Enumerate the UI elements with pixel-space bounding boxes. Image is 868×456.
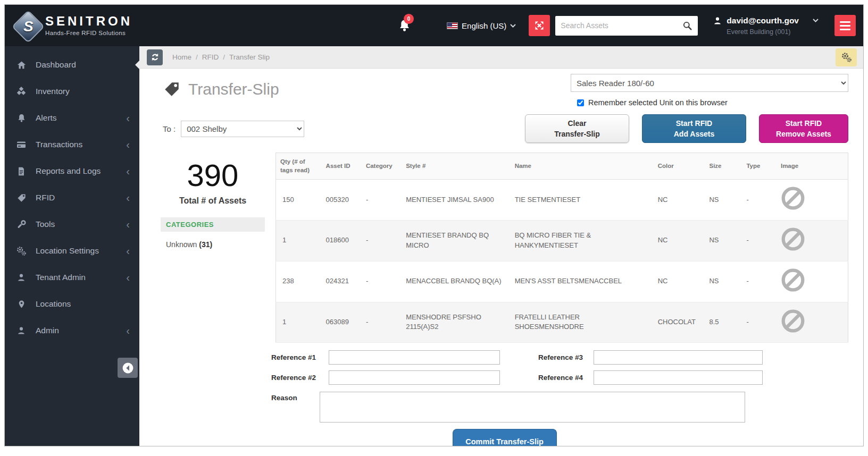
body-row: Dashboard Inventory Alerts ‹ Transaction… xyxy=(5,46,863,446)
breadcrumb-rfid[interactable]: RFID xyxy=(202,53,219,61)
reference1-label: Reference #1 xyxy=(271,353,329,361)
sidebar-item-location-settings[interactable]: Location Settings ‹ xyxy=(5,238,139,264)
wrench-icon xyxy=(16,219,27,230)
reference4-input[interactable] xyxy=(594,370,763,385)
arrow-circle-left-icon xyxy=(122,362,134,374)
reader-select[interactable]: Sales Reader 180/-60 xyxy=(571,74,848,92)
gears-icon xyxy=(841,52,852,63)
reason-label: Reason xyxy=(271,392,297,423)
chevron-collapsed-icon: ‹ xyxy=(126,219,130,230)
breadcrumb-transfer-slip[interactable]: Transfer Slip xyxy=(229,53,270,61)
category-item: Unknown (31) xyxy=(161,240,265,249)
sidebar-item-admin[interactable]: Admin ‹ xyxy=(5,317,139,344)
chevron-collapsed-icon: ‹ xyxy=(126,325,130,336)
table-row: 1 063089 - MENSHODRE PSFSHO 2115(A)S2 FR… xyxy=(276,302,848,343)
reference1-input[interactable] xyxy=(329,350,500,365)
chevron-collapsed-icon: ‹ xyxy=(126,192,130,203)
reason-field: Reason xyxy=(271,392,848,423)
no-image-icon xyxy=(781,268,805,292)
brand-tagline: Hands-Free RFID Solutions xyxy=(45,30,132,36)
chevron-down-icon xyxy=(813,19,819,22)
page-title: Transfer-Slip xyxy=(163,80,279,98)
col-asset-id: Asset ID xyxy=(322,153,362,180)
page-content: Transfer-Slip Sales Reader 180/-60 Remem… xyxy=(139,69,863,446)
chevron-down-icon xyxy=(510,24,516,28)
sidebar-item-alerts[interactable]: Alerts ‹ xyxy=(5,105,139,131)
chevron-collapsed-icon: ‹ xyxy=(126,139,130,150)
user-menu[interactable]: david@courth.gov Everett Building (001) xyxy=(713,16,823,36)
col-color: Color xyxy=(654,153,705,180)
reference2-label: Reference #2 xyxy=(271,374,329,382)
app-window: S SENITRON Hands-Free RFID Solutions 0 E… xyxy=(4,4,864,446)
tag-icon xyxy=(16,193,27,203)
language-label: English (US) xyxy=(462,21,506,30)
home-icon xyxy=(16,60,27,70)
asset-search-box xyxy=(555,16,698,36)
tag-icon xyxy=(163,80,181,98)
credit-card-icon xyxy=(16,139,27,150)
to-label: To : xyxy=(163,124,176,133)
fullscreen-button[interactable] xyxy=(529,15,550,36)
commit-transfer-slip-button[interactable]: Commit Transfer-Slip xyxy=(453,429,557,446)
refresh-button[interactable] xyxy=(147,49,163,65)
menu-toggle-button[interactable] xyxy=(834,15,856,36)
start-rfid-remove-assets-button[interactable]: Start RFID Remove Assets xyxy=(759,114,848,143)
sidebar-item-inventory[interactable]: Inventory xyxy=(5,78,139,105)
sidebar-item-locations[interactable]: Locations xyxy=(5,291,139,317)
destination-select[interactable]: 002 Shelby xyxy=(181,121,304,137)
clear-transfer-slip-button[interactable]: Clear Transfer-Slip xyxy=(525,114,629,143)
breadcrumb-home[interactable]: Home xyxy=(172,53,191,61)
sidebar-item-reports-and-logs[interactable]: Reports and Logs ‹ xyxy=(5,158,139,184)
active-item-indicator xyxy=(135,61,139,69)
transfer-slip-table: Qty (# of tags read) Asset ID Category S… xyxy=(276,153,848,343)
chevron-collapsed-icon: ‹ xyxy=(126,246,130,256)
remember-unit-checkbox[interactable] xyxy=(577,99,584,106)
file-text-icon xyxy=(16,166,26,176)
user-icon xyxy=(16,326,26,335)
col-type: Type xyxy=(742,153,777,180)
hamburger-icon xyxy=(840,21,850,23)
reason-textarea[interactable] xyxy=(320,392,745,423)
sidebar-collapse-button[interactable] xyxy=(118,358,138,378)
top-header-bar: S SENITRON Hands-Free RFID Solutions 0 E… xyxy=(5,5,863,46)
table-row: 238 024321 - MENACCBEL BRANDQ BQ(A) MEN'… xyxy=(276,261,848,302)
bell-icon xyxy=(16,113,27,123)
categories-heading: CATEGORIES xyxy=(161,217,265,232)
total-assets-count: 390 xyxy=(161,160,265,191)
logo-diamond-icon: S xyxy=(12,10,45,43)
reference3-input[interactable] xyxy=(594,350,763,365)
col-qty: Qty (# of tags read) xyxy=(276,153,322,180)
breadcrumb: Home / RFID / Transfer Slip xyxy=(172,53,270,61)
col-size: Size xyxy=(705,153,742,180)
language-selector[interactable]: English (US) xyxy=(447,21,516,30)
user-icon xyxy=(16,273,26,282)
col-name: Name xyxy=(511,153,654,180)
no-image-icon xyxy=(781,227,805,251)
chevron-collapsed-icon: ‹ xyxy=(126,113,130,123)
notifications-button[interactable]: 0 xyxy=(397,19,412,33)
total-assets-label: Total # of Assets xyxy=(161,196,265,206)
reference3-label: Reference #3 xyxy=(538,353,594,361)
sidebar-item-transactions[interactable]: Transactions ‹ xyxy=(5,131,139,158)
search-icon xyxy=(682,21,692,31)
start-rfid-add-assets-button[interactable]: Start RFID Add Assets xyxy=(642,114,746,143)
search-input[interactable] xyxy=(555,21,677,30)
reference2-input[interactable] xyxy=(329,370,500,385)
table-row: 1 018600 - MENTIESET BRANDQ BQ MICRO BQ … xyxy=(276,220,848,261)
cubes-icon xyxy=(16,86,27,97)
logo-initial: S xyxy=(23,18,34,35)
us-flag-icon xyxy=(447,22,458,29)
no-image-icon xyxy=(781,309,805,333)
sidebar-item-tools[interactable]: Tools ‹ xyxy=(5,211,139,238)
search-submit[interactable] xyxy=(677,21,698,31)
page-settings-button[interactable] xyxy=(836,48,857,66)
gears-icon xyxy=(16,246,27,256)
sidebar-item-dashboard[interactable]: Dashboard xyxy=(5,52,139,78)
reference-fields: Reference #1 Reference #3 Reference #2 R… xyxy=(271,350,848,385)
sidebar-item-rfid[interactable]: RFID ‹ xyxy=(5,184,139,211)
user-email: david@courth.gov xyxy=(727,16,799,26)
notification-count-badge: 0 xyxy=(404,14,414,24)
breadcrumb-bar: Home / RFID / Transfer Slip xyxy=(139,46,863,69)
sidebar-item-tenant-admin[interactable]: Tenant Admin ‹ xyxy=(5,264,139,291)
col-category: Category xyxy=(362,153,402,180)
